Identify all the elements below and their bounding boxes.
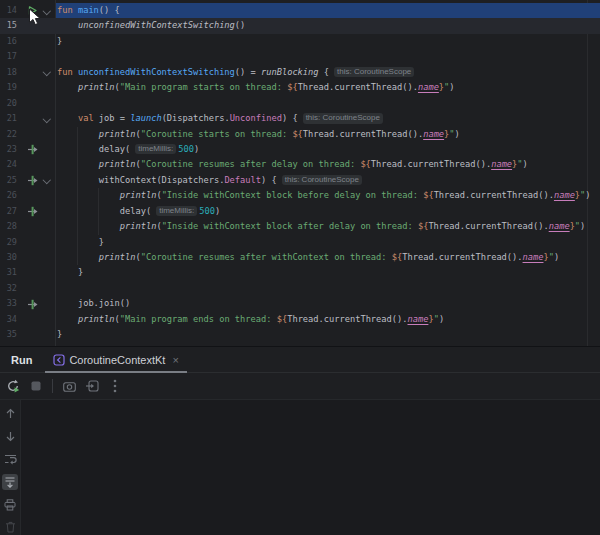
token bbox=[57, 252, 99, 262]
stop-button[interactable] bbox=[28, 378, 44, 394]
gutter-spacer bbox=[26, 265, 39, 280]
console-tab[interactable]: CoroutineContextKt × bbox=[45, 347, 186, 372]
code-line[interactable]: 29 } bbox=[0, 235, 600, 250]
code-line[interactable]: 33 job.join() bbox=[0, 296, 600, 311]
code-text: fun unconfinedWithContextSwitching() = r… bbox=[57, 65, 416, 80]
code-line[interactable]: 19 println("Main program starts on threa… bbox=[0, 80, 600, 95]
fold-chevron-icon[interactable] bbox=[42, 111, 52, 126]
token: Unconfined bbox=[230, 113, 282, 123]
jump-to-source-button[interactable] bbox=[84, 378, 100, 394]
code-text: } bbox=[57, 265, 83, 280]
line-number: 24 bbox=[0, 157, 17, 172]
more-options-button[interactable] bbox=[107, 378, 123, 394]
line-number: 20 bbox=[0, 96, 17, 111]
code-line[interactable]: 24 println("Coroutine resumes after dela… bbox=[0, 157, 600, 172]
token: main bbox=[78, 5, 99, 15]
code-line[interactable]: 16} bbox=[0, 34, 600, 49]
token: Thread.currentThread(). bbox=[287, 314, 407, 324]
inline-hint: timeMillis: bbox=[156, 206, 197, 217]
token bbox=[57, 129, 99, 139]
code-line[interactable]: 26 println("Inside withContext block bef… bbox=[0, 188, 600, 203]
token: "Coroutine starts on thread: bbox=[141, 129, 293, 139]
fold-spacer bbox=[42, 49, 52, 64]
line-number: 22 bbox=[0, 127, 17, 142]
code-line[interactable]: 30 println("Coroutine resumes after with… bbox=[0, 250, 600, 265]
code-line[interactable]: 35} bbox=[0, 327, 600, 342]
token: launch bbox=[130, 113, 161, 123]
code-line[interactable]: 25 withContext(Dispatchers.Default) {thi… bbox=[0, 173, 600, 188]
line-number: 23 bbox=[0, 142, 17, 157]
token: Thread.currentThread(). bbox=[434, 190, 554, 200]
print-button[interactable] bbox=[2, 497, 18, 513]
code-line[interactable]: 21 val job = launch(Dispatchers.Unconfin… bbox=[0, 111, 600, 126]
code-text: } bbox=[57, 34, 62, 49]
fold-spacer bbox=[42, 142, 52, 157]
camera-button[interactable] bbox=[61, 378, 77, 394]
fold-chevron-icon[interactable] bbox=[42, 65, 52, 80]
tab-close-icon[interactable]: × bbox=[172, 355, 178, 365]
code-text: println("Inside withContext block before… bbox=[57, 188, 591, 203]
token: ) bbox=[455, 129, 460, 139]
code-line[interactable]: 17 bbox=[0, 49, 600, 64]
token: ) bbox=[580, 221, 585, 231]
gutter-spacer bbox=[26, 281, 39, 296]
code-text: val job = launch(Dispatchers.Unconfined)… bbox=[57, 111, 385, 126]
line-number: 17 bbox=[0, 49, 17, 64]
token: fun bbox=[57, 67, 78, 77]
code-line[interactable]: 27 delay(timeMillis:500) bbox=[0, 204, 600, 219]
token: ) bbox=[449, 82, 454, 92]
token bbox=[57, 314, 78, 324]
code-editor[interactable]: 14fun main() {15 unconfinedWithContextSw… bbox=[0, 0, 600, 346]
code-line[interactable]: 32 bbox=[0, 281, 600, 296]
run-toolbar bbox=[0, 373, 600, 400]
fold-chevron-icon[interactable] bbox=[42, 3, 52, 18]
code-text: println("Coroutine resumes after withCon… bbox=[57, 250, 559, 265]
soft-wrap-button[interactable] bbox=[2, 451, 18, 467]
code-line[interactable]: 28 println("Inside withContext block aft… bbox=[0, 219, 600, 234]
down-stack-trace-button[interactable] bbox=[2, 429, 18, 445]
console-output[interactable] bbox=[21, 400, 600, 535]
token: } bbox=[57, 329, 62, 339]
code-text: println("Coroutine resumes after delay o… bbox=[57, 157, 528, 172]
token: ${ bbox=[287, 82, 297, 92]
scroll-to-end-button[interactable] bbox=[2, 474, 18, 490]
up-stack-trace-button[interactable] bbox=[2, 406, 18, 422]
token: name bbox=[549, 221, 570, 231]
token: unconfinedWithContextSwitching bbox=[78, 67, 235, 77]
token: delay( bbox=[57, 144, 130, 154]
clear-all-button[interactable] bbox=[2, 519, 18, 535]
token: Thread.currentThread(). bbox=[303, 129, 423, 139]
inline-hint: this: CoroutineScope bbox=[334, 67, 414, 78]
fold-spacer bbox=[42, 34, 52, 49]
gutter-spacer bbox=[26, 235, 39, 250]
gutter-spacer bbox=[26, 312, 39, 327]
console-tab-label: CoroutineContextKt bbox=[69, 354, 165, 366]
code-line[interactable]: 23 delay(timeMillis:500) bbox=[0, 142, 600, 157]
code-line[interactable]: 14fun main() { bbox=[0, 3, 600, 18]
code-line[interactable]: 20 bbox=[0, 96, 600, 111]
fold-spacer bbox=[42, 219, 52, 234]
fold-spacer bbox=[42, 157, 52, 172]
token: ) bbox=[523, 159, 528, 169]
token: "Main program starts on thread: bbox=[120, 82, 287, 92]
token: 500 bbox=[199, 206, 215, 216]
code-line[interactable]: 15 unconfinedWithContextSwitching() bbox=[0, 18, 600, 33]
fold-chevron-icon[interactable] bbox=[42, 173, 52, 188]
suspend-point-icon bbox=[26, 204, 39, 219]
token: ${ bbox=[418, 221, 428, 231]
gutter-spacer bbox=[26, 96, 39, 111]
fold-spacer bbox=[42, 327, 52, 342]
code-line[interactable]: 34 println("Main program ends on thread:… bbox=[0, 312, 600, 327]
gutter-spacer bbox=[26, 49, 39, 64]
rerun-button[interactable] bbox=[5, 378, 21, 394]
code-line[interactable]: 18fun unconfinedWithContextSwitching() =… bbox=[0, 65, 600, 80]
code-line[interactable]: 31 } bbox=[0, 265, 600, 280]
token: ) bbox=[439, 314, 444, 324]
token: ) bbox=[215, 206, 220, 216]
line-number: 18 bbox=[0, 65, 17, 80]
code-line[interactable]: 22 println("Coroutine starts on thread: … bbox=[0, 127, 600, 142]
suspend-point-icon bbox=[26, 296, 39, 311]
fold-spacer bbox=[42, 204, 52, 219]
line-number: 36 bbox=[0, 343, 17, 346]
gutter-spacer bbox=[26, 219, 39, 234]
